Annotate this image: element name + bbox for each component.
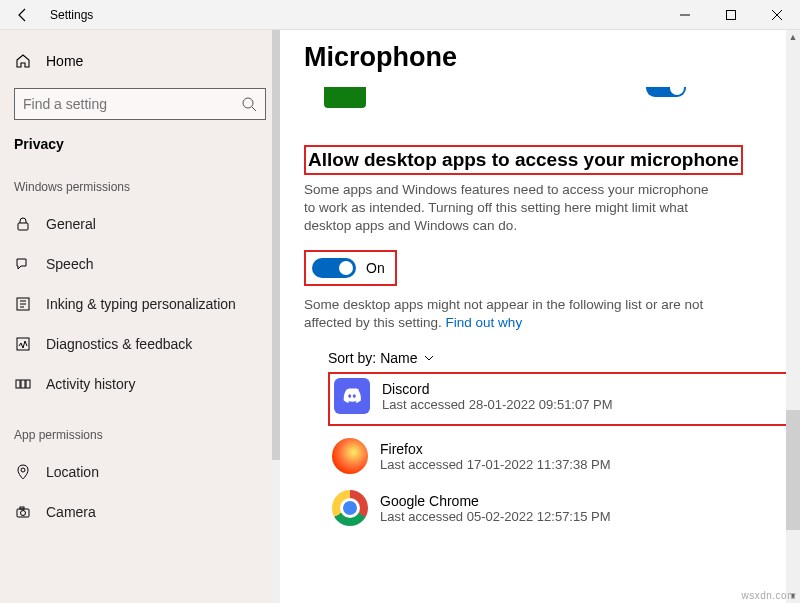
content-scrollbar-thumb[interactable] [786,410,800,530]
back-button[interactable] [0,0,46,30]
watermark: wsxdn.com [741,590,796,601]
sidebar-item-label: Inking & typing personalization [46,296,236,312]
section-description-2: Some desktop apps might not appear in th… [304,296,714,332]
app-list: Discord Last accessed 28-01-2022 09:51:0… [328,372,800,534]
activity-icon [14,376,32,392]
app-name: Firefox [380,441,611,457]
desktop-apps-toggle[interactable] [312,258,356,278]
svg-rect-13 [21,380,25,388]
sidebar-home-label: Home [46,53,83,69]
section-title-highlight: Allow desktop apps to access your microp… [304,145,743,175]
search-input[interactable] [23,96,241,112]
svg-rect-14 [26,380,30,388]
app-last-accessed: Last accessed 05-02-2022 12:57:15 PM [380,509,611,524]
app-row-discord[interactable]: Discord Last accessed 28-01-2022 09:51:0… [328,372,800,426]
sort-by-dropdown[interactable]: Sort by: Name [328,350,800,366]
group-header-windows-permissions: Windows permissions [14,180,266,194]
home-icon [14,53,32,69]
section-description: Some apps and Windows features need to a… [304,181,714,236]
sidebar-item-location[interactable]: Location [14,452,266,492]
sidebar-item-speech[interactable]: Speech [14,244,266,284]
sidebar-category: Privacy [14,136,266,152]
inking-icon [14,296,32,312]
titlebar: Settings [0,0,800,30]
sidebar: Home Privacy Windows permissions General… [0,30,280,603]
sidebar-item-label: General [46,216,96,232]
close-button[interactable] [754,0,800,30]
sidebar-item-label: Camera [46,504,96,520]
toggle-state-label: On [366,260,385,276]
truncated-app-row [324,87,800,115]
app-name: Google Chrome [380,493,611,509]
sort-label: Sort by: [328,350,376,366]
svg-rect-1 [727,10,736,19]
discord-icon [334,378,370,414]
camera-icon [14,504,32,520]
sidebar-item-label: Activity history [46,376,135,392]
page-title: Microphone [304,42,800,73]
sidebar-item-activity[interactable]: Activity history [14,364,266,404]
sidebar-scrollbar-thumb[interactable] [272,30,280,460]
sidebar-home[interactable]: Home [14,44,266,78]
sidebar-item-inking[interactable]: Inking & typing personalization [14,284,266,324]
toggle-highlight: On [304,250,397,286]
sort-value: Name [380,350,417,366]
truncated-app-icon [324,87,366,108]
app-name: Discord [382,381,613,397]
app-row-firefox[interactable]: Firefox Last accessed 17-01-2022 11:37:3… [328,430,800,482]
lock-icon [14,216,32,232]
sidebar-item-label: Diagnostics & feedback [46,336,192,352]
group-header-app-permissions: App permissions [14,428,266,442]
section-title: Allow desktop apps to access your microp… [308,149,739,170]
chrome-icon [332,490,368,526]
svg-rect-18 [20,507,24,509]
sidebar-item-label: Location [46,464,99,480]
maximize-button[interactable] [708,0,754,30]
truncated-toggle[interactable] [646,87,686,97]
diagnostics-icon [14,336,32,352]
sidebar-item-diagnostics[interactable]: Diagnostics & feedback [14,324,266,364]
firefox-icon [332,438,368,474]
window-title: Settings [50,8,93,22]
chevron-down-icon [424,350,434,366]
svg-rect-12 [16,380,20,388]
app-last-accessed: Last accessed 17-01-2022 11:37:38 PM [380,457,611,472]
svg-point-15 [21,468,25,472]
app-last-accessed: Last accessed 28-01-2022 09:51:07 PM [382,397,613,412]
scroll-up-arrow[interactable]: ▲ [786,30,800,44]
svg-point-4 [243,98,253,108]
location-icon [14,464,32,480]
sidebar-item-camera[interactable]: Camera [14,492,266,532]
search-icon [241,96,257,112]
find-out-why-link[interactable]: Find out why [446,315,523,330]
content-area: Microphone Allow desktop apps to access … [280,30,800,603]
svg-rect-6 [18,223,28,230]
sidebar-item-label: Speech [46,256,93,272]
svg-line-5 [252,107,256,111]
speech-icon [14,256,32,272]
minimize-button[interactable] [662,0,708,30]
app-row-chrome[interactable]: Google Chrome Last accessed 05-02-2022 1… [328,482,800,534]
svg-point-17 [21,511,26,516]
sidebar-item-general[interactable]: General [14,204,266,244]
search-box[interactable] [14,88,266,120]
